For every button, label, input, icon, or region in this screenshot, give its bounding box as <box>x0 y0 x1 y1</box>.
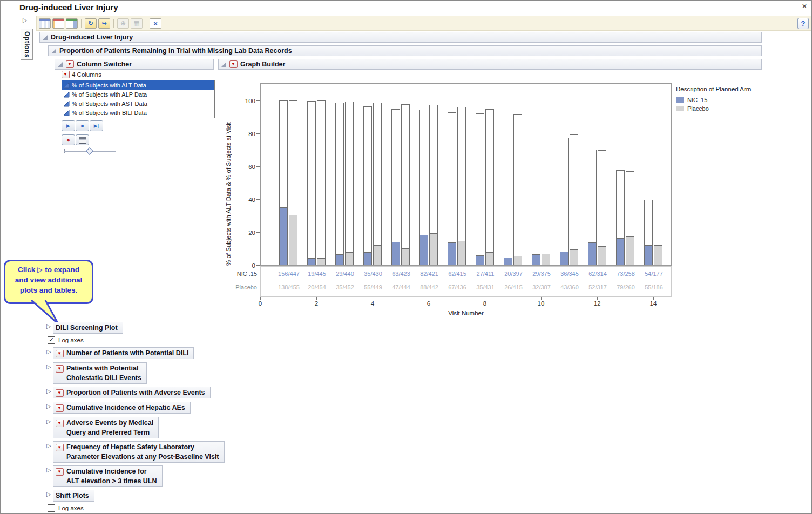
section-header-number-of-patients-with-potential-dili[interactable]: Number of Patients with Potential DILI <box>53 347 194 359</box>
close-button[interactable]: × <box>800 2 809 11</box>
bar-total-nic15[interactable] <box>504 119 512 265</box>
bar-withdata-placebo[interactable] <box>457 241 466 265</box>
data-table-icon[interactable] <box>39 18 51 29</box>
legend-item[interactable]: Placebo <box>676 105 784 112</box>
red-triangle-menu-icon[interactable] <box>56 389 64 397</box>
expand-icon[interactable]: ▷ <box>46 348 51 355</box>
red-triangle-menu-icon[interactable] <box>56 468 64 476</box>
column-switcher-item[interactable]: % of Subjects with ALP Data <box>62 90 214 99</box>
column-switcher-item[interactable]: % of Subjects with ALT Data <box>62 80 214 90</box>
save-button[interactable] <box>76 134 89 145</box>
collapse-icon[interactable] <box>51 49 56 53</box>
close-windows-icon[interactable]: × <box>150 18 161 29</box>
bar-total-placebo[interactable] <box>401 104 410 265</box>
bar-withdata-placebo[interactable] <box>513 256 522 265</box>
section-header-proportion-of-patients-with-adverse-events[interactable]: Proportion of Patients with Adverse Even… <box>53 387 211 398</box>
bar-withdata-nic15[interactable] <box>335 254 344 265</box>
section-header-shift-plots[interactable]: Shift Plots <box>53 490 94 502</box>
column-switcher-item[interactable]: % of Subjects with BILI Data <box>62 108 214 117</box>
expand-icon[interactable]: ▷ <box>46 323 51 330</box>
bar-total-nic15[interactable] <box>560 138 569 265</box>
bar-total-nic15[interactable] <box>476 113 484 265</box>
expand-icon[interactable]: ▷ <box>46 363 51 370</box>
play-button[interactable]: ▶ <box>62 120 75 131</box>
bar-total-placebo[interactable] <box>485 109 494 265</box>
bar-withdata-placebo[interactable] <box>485 252 494 265</box>
section-header-cumulative-incidence-of-hepatic-aes[interactable]: Cumulative Incidence of Hepatic AEs <box>53 402 191 414</box>
help-button[interactable]: ? <box>797 18 809 29</box>
collapse-icon[interactable] <box>221 62 226 67</box>
bar-withdata-nic15[interactable] <box>616 238 625 265</box>
slider-thumb[interactable] <box>86 147 93 155</box>
bar-withdata-nic15[interactable] <box>448 242 456 265</box>
bar-total-placebo[interactable] <box>570 134 578 265</box>
journal-icon[interactable] <box>52 18 64 29</box>
legend-item[interactable]: NIC .15 <box>676 97 784 103</box>
expand-icon[interactable]: ▷ <box>46 418 51 425</box>
bar-withdata-placebo[interactable] <box>570 249 578 265</box>
section-header-frequency-of-hepatic-safety-laboratory[interactable]: Frequency of Hepatic Safety LaboratoryPa… <box>53 441 225 463</box>
graph-builder-header[interactable]: Graph Builder <box>218 59 762 70</box>
expand-icon[interactable]: ▷ <box>46 403 51 410</box>
outline-header-dili[interactable]: Drug-induced Liver Injury <box>39 32 762 43</box>
bar-withdata-placebo[interactable] <box>373 245 382 265</box>
red-triangle-menu-icon[interactable] <box>56 444 64 451</box>
legend-swatch[interactable] <box>676 97 684 103</box>
section-header-patients-with-potential[interactable]: Patients with PotentialCholestatic DILI … <box>53 362 147 384</box>
log-axes-checkbox[interactable] <box>48 504 55 512</box>
bar-withdata-nic15[interactable] <box>588 242 597 265</box>
bar-total-placebo[interactable] <box>317 100 326 265</box>
layout-icon[interactable] <box>66 18 78 29</box>
collapse-icon[interactable] <box>58 62 63 67</box>
bar-withdata-placebo[interactable] <box>289 215 297 265</box>
bar-withdata-placebo[interactable] <box>542 254 550 265</box>
section-header-cumulative-incidence-for[interactable]: Cumulative Incidence forALT elevation > … <box>53 465 163 487</box>
bar-withdata-placebo[interactable] <box>345 252 354 265</box>
bar-total-placebo[interactable] <box>542 125 550 265</box>
column-switcher-header[interactable]: Column Switcher <box>55 59 214 70</box>
expand-icon[interactable]: ▷ <box>46 388 51 395</box>
options-panel-tab[interactable]: Options <box>21 29 33 60</box>
bar-withdata-nic15[interactable] <box>419 235 428 265</box>
options-expand-icon[interactable]: ▷ <box>23 17 27 24</box>
bar-withdata-nic15[interactable] <box>504 258 512 265</box>
expand-icon[interactable]: ▷ <box>46 466 51 474</box>
bar-total-placebo[interactable] <box>345 102 354 265</box>
log-axes-checkbox[interactable]: ✓ <box>48 336 55 344</box>
bar-withdata-placebo[interactable] <box>598 246 606 265</box>
bar-withdata-nic15[interactable] <box>532 254 540 265</box>
bar-withdata-placebo[interactable] <box>626 236 634 265</box>
bar-total-nic15[interactable] <box>363 106 372 265</box>
bar-withdata-placebo[interactable] <box>401 248 410 265</box>
red-triangle-menu-icon[interactable] <box>56 404 64 412</box>
bar-withdata-nic15[interactable] <box>560 252 569 265</box>
bar-withdata-placebo[interactable] <box>654 245 662 265</box>
bar-total-placebo[interactable] <box>513 114 522 265</box>
column-switcher-item[interactable]: % of Subjects with AST Data <box>62 99 214 108</box>
red-triangle-menu-icon[interactable] <box>229 60 238 68</box>
section-header-dili-screening-plot[interactable]: DILI Screening Plot <box>53 322 123 334</box>
bar-total-nic15[interactable] <box>532 127 540 265</box>
bar-withdata-nic15[interactable] <box>391 242 400 265</box>
red-triangle-menu-icon[interactable] <box>56 420 64 427</box>
animation-speed-slider[interactable] <box>64 148 116 154</box>
expand-icon[interactable]: ▷ <box>46 491 51 498</box>
bar-withdata-placebo[interactable] <box>317 258 326 265</box>
stop-button[interactable]: ■ <box>76 120 89 131</box>
red-triangle-menu-icon[interactable] <box>66 60 74 68</box>
legend-swatch[interactable] <box>676 106 684 111</box>
bar-total-nic15[interactable] <box>335 103 344 265</box>
record-button[interactable]: ● <box>62 134 75 145</box>
step-button[interactable]: ▶| <box>90 120 103 131</box>
bar-withdata-nic15[interactable] <box>644 245 653 265</box>
relaunch-icon[interactable]: ↪ <box>98 18 110 29</box>
outline-header-proportion[interactable]: Proportion of Patients Remaining in Tria… <box>48 45 762 56</box>
bar-withdata-nic15[interactable] <box>307 258 316 265</box>
section-header-adverse-events-by-medical[interactable]: Adverse Events by MedicalQuery and Prefe… <box>53 417 159 438</box>
red-triangle-menu-icon[interactable] <box>56 350 64 357</box>
bar-withdata-nic15[interactable] <box>363 252 372 265</box>
expand-icon[interactable]: ▷ <box>46 442 51 449</box>
bar-total-placebo[interactable] <box>373 103 382 265</box>
bar-withdata-nic15[interactable] <box>279 207 288 265</box>
refresh-data-icon[interactable]: ↻ <box>85 18 97 29</box>
